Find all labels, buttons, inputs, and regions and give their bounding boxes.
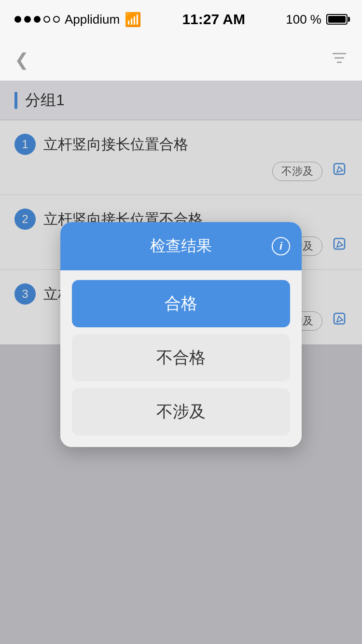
battery-icon — [326, 14, 348, 25]
status-left: Applidium 📶 — [14, 12, 141, 28]
back-button[interactable]: ❮ — [14, 50, 29, 70]
option-fail-button[interactable]: 不合格 — [72, 334, 290, 381]
signal-dot-5 — [53, 16, 60, 23]
battery-fill — [328, 16, 346, 23]
battery-percent: 100 % — [286, 12, 321, 27]
status-time: 11:27 AM — [182, 11, 245, 28]
signal-dots — [14, 16, 60, 23]
option-pass-button[interactable]: 合格 — [72, 280, 290, 327]
signal-dot-2 — [24, 16, 31, 23]
info-icon[interactable]: i — [272, 237, 290, 255]
filter-icon[interactable] — [331, 50, 348, 70]
modal-header: 检查结果 i — [60, 222, 302, 270]
signal-dot-4 — [43, 16, 50, 23]
signal-dot-1 — [14, 16, 21, 23]
wifi-icon: 📶 — [125, 12, 141, 28]
status-bar: Applidium 📶 11:27 AM 100 % — [0, 0, 362, 39]
nav-bar: ❮ — [0, 39, 362, 81]
modal-body: 合格 不合格 不涉及 — [60, 270, 302, 447]
carrier-label: Applidium — [65, 12, 120, 27]
status-right: 100 % — [286, 12, 348, 27]
modal-dialog: 检查结果 i 合格 不合格 不涉及 — [60, 222, 302, 447]
signal-dot-3 — [34, 16, 41, 23]
option-na-button[interactable]: 不涉及 — [72, 388, 290, 435]
modal-title: 检查结果 — [150, 236, 212, 257]
